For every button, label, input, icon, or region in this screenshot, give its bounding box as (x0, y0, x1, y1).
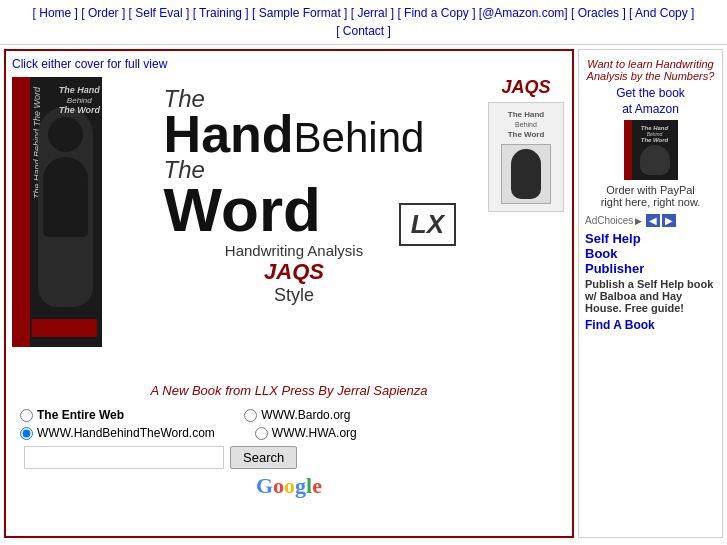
small-cover-image: The Hand Behind The Word (488, 102, 564, 212)
right-sidebar: Want to learn Handwriting Analysis by th… (578, 49, 723, 538)
center-book-display: The HandBehind The Word Handwriting Anal… (102, 77, 486, 306)
behind-word: Behind (294, 114, 425, 161)
google-g2: g (295, 473, 306, 498)
search-area: The Entire Web WWW.Bardo.org WWW.HandBeh… (12, 404, 566, 503)
radio-bardo[interactable] (244, 409, 257, 422)
sidebar-cover-text: The Hand Behind The Word (640, 125, 670, 175)
ad-next-button[interactable]: ▶ (662, 214, 676, 227)
llx-text: LX (411, 209, 444, 239)
main-layout: Click either cover for full view The Han… (0, 45, 727, 542)
publisher-link[interactable]: Publisher (585, 261, 716, 276)
ad-choices-icon: ▶ (635, 216, 642, 226)
book-spine (12, 77, 30, 347)
radio-entire-web[interactable] (20, 409, 33, 422)
click-cover-instruction: Click either cover for full view (12, 57, 566, 71)
title-hand-behind: HandBehind (164, 111, 425, 158)
llx-logo: LX (399, 203, 456, 246)
radio-handbehind-label[interactable]: WWW.HandBehindTheWord.com (20, 426, 215, 440)
nav-self-eval[interactable]: [ Self Eval ] (129, 6, 190, 20)
handbehind-text: WWW.HandBehindTheWord.com (37, 426, 215, 440)
book-covers-row: The Hand Behind The Word The Hand Behind… (12, 77, 566, 377)
nav-oracles[interactable]: [ Oracles ] (571, 6, 626, 20)
sidebar-want-text: Want to learn Handwriting Analysis by th… (585, 58, 716, 82)
radio-entire-web-label[interactable]: The Entire Web (20, 408, 124, 422)
google-g1: G (256, 473, 273, 498)
sidebar-amazon-link[interactable]: at Amazon (585, 102, 716, 116)
jaqs-center-label: JAQS (264, 259, 324, 285)
radio-row-1: The Entire Web WWW.Bardo.org (20, 408, 558, 422)
google-o2: o (284, 473, 295, 498)
left-book-cover[interactable]: The Hand Behind The Word The Hand Behind… (12, 77, 102, 347)
right-small-cover[interactable]: JAQS The Hand Behind The Word (486, 77, 566, 212)
google-o1: o (273, 473, 284, 498)
content-area: Click either cover for full view The Han… (4, 49, 574, 538)
nav-amazon[interactable]: [@Amazon.com] (479, 6, 568, 20)
hand-word: Hand (164, 105, 294, 163)
book-front-cover: The Hand Behind The Word The Hand Behind… (30, 77, 102, 347)
nav-sample-format[interactable]: [ Sample Format ] (252, 6, 347, 20)
nav-jerral[interactable]: [ Jerral ] (351, 6, 394, 20)
search-input-row: Search (24, 446, 558, 469)
top-navigation: [ Home ] [ Order ] [ Self Eval ] [ Train… (0, 0, 727, 45)
radio-hwa[interactable] (255, 427, 268, 440)
sidebar-spine (624, 120, 632, 180)
book-link[interactable]: Book (585, 246, 716, 261)
ad-choices-label: AdChoices (585, 215, 633, 226)
nav-contact[interactable]: [ Contact ] (336, 24, 391, 38)
radio-row-2: WWW.HandBehindTheWord.com WWW.HWA.org (20, 426, 558, 440)
nav-training[interactable]: [ Training ] (193, 6, 249, 20)
title-word: Word (164, 182, 425, 238)
subtitle-handwriting: Handwriting Analysis (225, 242, 363, 259)
radio-handbehind[interactable] (20, 427, 33, 440)
nav-order[interactable]: [ Order ] (81, 6, 125, 20)
sidebar-book-cover[interactable]: The Hand Behind The Word (585, 120, 716, 180)
radio-hwa-label[interactable]: WWW.HWA.org (255, 426, 357, 440)
bardo-text: WWW.Bardo.org (261, 408, 350, 422)
google-e: e (312, 473, 322, 498)
sidebar-self-help-section: Self Help Book Publisher Publish a Self … (585, 231, 716, 314)
paypal-line2: right here, right now. (601, 196, 701, 208)
radio-bardo-label[interactable]: WWW.Bardo.org (244, 408, 350, 422)
ad-prev-button[interactable]: ◀ (646, 214, 660, 227)
search-button[interactable]: Search (230, 446, 297, 469)
sidebar-order-paypal: Order with PayPal right here, right now. (585, 184, 716, 208)
new-book-text: A New Book from LLX Press By Jerral Sapi… (12, 383, 566, 398)
ad-nav-buttons: ◀ ▶ (646, 214, 676, 227)
search-input[interactable] (24, 446, 224, 469)
entire-web-text: The Entire Web (37, 408, 124, 422)
hwa-text: WWW.HWA.org (272, 426, 357, 440)
sidebar-cover-face: The Hand Behind The Word (632, 120, 678, 180)
sidebar-publisher-desc: Publish a Self Help book w/ Balboa and H… (585, 278, 716, 314)
self-help-link[interactable]: Self Help (585, 231, 716, 246)
google-logo: Google (20, 473, 558, 499)
sidebar-get-book-link[interactable]: Get the book (585, 86, 716, 100)
style-label: Style (274, 285, 314, 306)
sidebar-find-book-link[interactable]: Find A Book (585, 318, 716, 332)
nav-and-copy[interactable]: [ And Copy ] (629, 6, 694, 20)
sidebar-ad-choices: AdChoices ▶ ◀ ▶ (585, 214, 716, 227)
nav-find-copy[interactable]: [ Find a Copy ] (397, 6, 475, 20)
paypal-line1: Order with PayPal (606, 184, 695, 196)
nav-home[interactable]: [ Home ] (33, 6, 78, 20)
jaqs-label: JAQS (501, 77, 550, 98)
